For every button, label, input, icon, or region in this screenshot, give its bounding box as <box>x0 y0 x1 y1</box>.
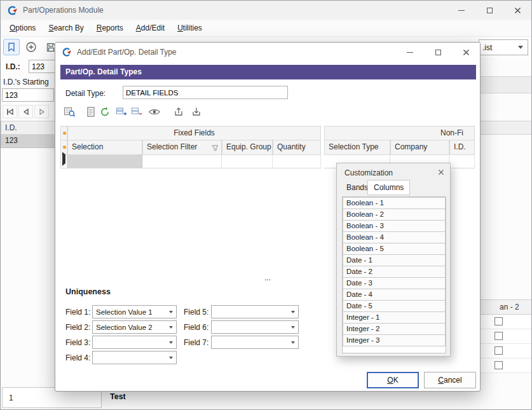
add-circle-icon <box>25 41 37 53</box>
dialog-close-button[interactable] <box>452 43 480 62</box>
first-record-button[interactable] <box>3 105 17 118</box>
cell-quantity[interactable] <box>273 154 321 168</box>
field-1-value: Selection Value 1 <box>96 307 153 318</box>
previous-record-icon <box>22 108 30 116</box>
customization-list-item[interactable]: Integer - 2 <box>343 323 446 335</box>
column-header-company[interactable]: Company <box>390 140 449 155</box>
import-icon <box>191 106 202 118</box>
app-icon <box>7 5 18 16</box>
cell-id[interactable] <box>449 154 475 168</box>
previous-record-button[interactable] <box>18 105 33 118</box>
ids-starting-input[interactable] <box>2 88 54 102</box>
tab-columns[interactable]: Columns <box>367 180 410 195</box>
customization-popup: Customization Bands Columns Boolean - 1 … <box>336 163 451 357</box>
first-record-icon <box>6 108 15 116</box>
checkbox[interactable] <box>494 346 503 355</box>
delete-row-button[interactable] <box>129 104 144 120</box>
cell-equip-group[interactable] <box>222 154 273 168</box>
main-toolbar <box>3 38 59 56</box>
customization-list-item[interactable]: Boolean - 5 <box>343 243 446 255</box>
cancel-button[interactable]: Cancel <box>424 372 476 388</box>
customization-list-item[interactable]: Boolean - 3 <box>343 220 446 232</box>
add-row-button[interactable] <box>114 104 129 120</box>
customization-list-item[interactable]: Date - 2 <box>343 266 446 278</box>
band-fixed-fields[interactable]: Fixed Fields <box>67 126 321 140</box>
lookup-button[interactable] <box>62 104 77 120</box>
ok-button[interactable]: OK <box>367 372 419 388</box>
checkbox[interactable] <box>494 317 503 325</box>
field-3-combo[interactable] <box>92 336 177 349</box>
menu-item-add-edit[interactable]: Add/Edit <box>130 21 171 35</box>
customization-title: Customization <box>344 168 393 177</box>
menu-item-utilities[interactable]: Utilities <box>171 21 208 35</box>
column-header-selection[interactable]: Selection <box>67 140 142 155</box>
column-label: Selection Type <box>325 140 390 154</box>
next-record-button[interactable] <box>34 105 49 118</box>
field-6-combo[interactable] <box>211 320 299 334</box>
customization-list-item[interactable]: Integer - 3 <box>343 334 446 346</box>
field-4-label: Field 4: <box>65 353 90 362</box>
column-header-selection-type[interactable]: Selection Type <box>324 140 390 155</box>
filter-icon[interactable] <box>212 144 219 153</box>
field-5-combo[interactable] <box>211 305 299 318</box>
dropdown-arrow-icon[interactable] <box>514 41 527 54</box>
column-header-quantity[interactable]: Quantity <box>273 140 321 155</box>
customization-list-item[interactable]: Boolean - 1 <box>343 197 446 209</box>
column-header-row: Selection Selection Filter Equip. Group … <box>55 140 480 155</box>
maximize-button[interactable] <box>475 1 503 20</box>
maximize-icon <box>435 50 441 55</box>
menu-item-search-by[interactable]: Search By <box>42 21 90 35</box>
ids-starting-label: I.D.'s Starting <box>3 78 49 86</box>
preview-button[interactable] <box>83 104 99 120</box>
customization-list-item[interactable]: Date - 1 <box>343 254 446 266</box>
menu-item-options[interactable]: Options <box>3 21 42 35</box>
import-button[interactable] <box>189 104 204 120</box>
customization-list-item[interactable]: Date - 5 <box>343 300 446 312</box>
menu-item-reports[interactable]: Reports <box>90 21 130 35</box>
column-header-equip-group[interactable]: Equip. Group <box>222 140 273 155</box>
customization-close-button[interactable] <box>436 167 446 177</box>
checkbox[interactable] <box>494 332 503 340</box>
customization-list-item[interactable]: Boolean - 2 <box>343 208 446 221</box>
dialog-maximize-button[interactable] <box>424 43 452 62</box>
customization-list-item[interactable]: Boolean - 4 <box>343 231 446 243</box>
column-header-id[interactable]: I.D. <box>449 140 475 155</box>
field-2-combo[interactable]: Selection Value 2 <box>92 320 177 334</box>
detail-type-input[interactable] <box>123 86 288 99</box>
cell-selection-filter[interactable] <box>142 154 222 168</box>
close-button[interactable] <box>503 1 531 20</box>
checkbox-row <box>481 344 532 359</box>
add-record-button[interactable] <box>23 39 39 55</box>
column-header-selection-filter[interactable]: Selection Filter <box>142 140 222 155</box>
uniqueness-title: Uniqueness <box>65 287 111 296</box>
minimize-button[interactable] <box>447 1 475 20</box>
report-icon <box>85 106 97 118</box>
field-7-combo[interactable] <box>211 336 299 349</box>
grid-lookup-icon <box>64 106 76 118</box>
field-1-combo[interactable]: Selection Value 1 <box>92 305 177 318</box>
cell-selection[interactable] <box>67 154 142 168</box>
band-indicator-cell <box>60 126 67 140</box>
dialog-minimize-button[interactable] <box>396 43 424 62</box>
checkbox[interactable] <box>494 361 503 369</box>
column-label: Equip. Group <box>222 140 272 154</box>
refresh-button[interactable] <box>97 104 113 120</box>
record-navigator <box>3 105 49 118</box>
band-non-fixed[interactable]: Non-Fi <box>324 126 475 140</box>
ellipsis-indicator: ... <box>260 273 275 282</box>
export-button[interactable] <box>171 104 186 120</box>
customization-list-item[interactable]: Date - 4 <box>343 289 446 301</box>
list-dropdown[interactable]: .ist <box>479 39 528 55</box>
field-4-combo[interactable] <box>92 351 177 364</box>
customization-list-item[interactable]: Date - 3 <box>343 277 446 289</box>
bookmark-button[interactable] <box>3 39 20 55</box>
chevron-down-icon <box>291 326 295 329</box>
add-row-icon <box>116 106 127 118</box>
customization-list-item[interactable]: Integer - 1 <box>343 311 446 324</box>
window-controls <box>447 1 531 20</box>
dialog-app-icon <box>62 47 72 57</box>
visibility-button[interactable] <box>147 104 162 120</box>
test-label: Test <box>110 392 126 401</box>
field-6-label: Field 6: <box>184 323 208 332</box>
chevron-down-icon <box>169 326 173 329</box>
